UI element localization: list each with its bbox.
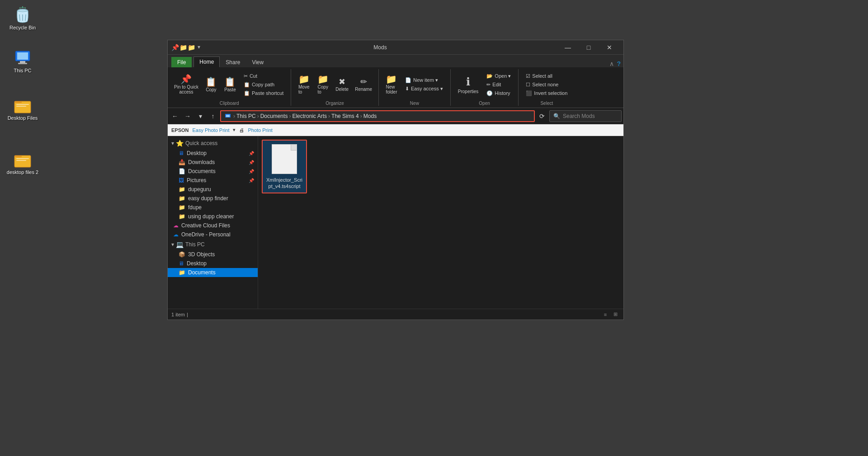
sidebar-easy-dupp-label: easy dupp finder — [188, 195, 228, 202]
sidebar-item-quick-access[interactable]: ▾ ⭐ Quick access — [168, 138, 258, 149]
sidebar-item-fdupe[interactable]: 📁 fdupe — [168, 203, 258, 212]
close-button[interactable]: ✕ — [599, 40, 620, 55]
rename-button[interactable]: ✏ Rename — [352, 76, 375, 93]
new-folder-button[interactable]: 📁 Newfolder — [382, 73, 401, 96]
svg-rect-16 — [16, 160, 26, 161]
sidebar-item-onedrive[interactable]: ☁ OneDrive - Personal — [168, 230, 258, 239]
desktop-icon-desktop-files[interactable]: Desktop Files — [5, 95, 41, 123]
open-button[interactable]: 📂 Open ▾ — [485, 72, 513, 80]
easy-access-label: Easy access ▾ — [411, 86, 443, 92]
pin-to-quick-access-button[interactable]: 📌 Pin to Quickaccess — [171, 73, 201, 96]
organize-group: 📁 Moveto 📁 Copyto ✖ Delete ✏ Rename Orga… — [291, 69, 379, 106]
list-view-button[interactable]: ≡ — [601, 310, 610, 319]
new-label: New — [410, 101, 419, 106]
title-pin3: 📁 — [188, 44, 195, 51]
search-box[interactable]: 🔍 Search Mods — [549, 110, 622, 122]
copy-button[interactable]: 📋 Copy — [202, 76, 220, 94]
sidebar-pictures-label: Pictures — [187, 177, 206, 183]
easy-access-button[interactable]: ⬇ Easy access ▾ — [403, 85, 445, 93]
edit-button[interactable]: ✏ Edit — [485, 81, 513, 89]
detail-view-button[interactable]: ⊞ — [611, 310, 620, 319]
maximize-button[interactable]: □ — [578, 40, 599, 55]
sidebar-item-documents[interactable]: 📄 Documents 📌 — [168, 167, 258, 176]
desktop-folder-icon: 🖥 — [179, 150, 184, 156]
sidebar-item-desktop2[interactable]: 🖥 Desktop — [168, 259, 258, 268]
tab-home[interactable]: Home — [193, 56, 220, 67]
sidebar-desktop-label: Desktop — [187, 150, 207, 156]
pictures-icon: 🖼 — [179, 177, 184, 183]
path-mods[interactable]: Mods — [363, 113, 377, 119]
desktop-icon-this-pc[interactable]: This PC — [5, 47, 41, 75]
path-the-sims4[interactable]: The Sims 4 — [331, 113, 359, 119]
cut-button[interactable]: ✂ Cut — [242, 72, 285, 80]
desktop-icon-recycle-bin[interactable]: Recycle Bin — [5, 5, 41, 33]
rename-icon: ✏ — [360, 78, 367, 86]
properties-button[interactable]: ℹ Properties — [454, 74, 482, 96]
sidebar-item-using-dupp[interactable]: 📁 using dupp cleaner — [168, 212, 258, 221]
sidebar-item-easy-dupp[interactable]: 📁 easy dupp finder — [168, 194, 258, 203]
status-separator: | — [187, 312, 188, 317]
dupeguru-icon: 📁 — [179, 186, 185, 193]
file-xmlinjector[interactable]: XmlInjector_Script_v4.ts4script — [262, 140, 307, 193]
new-item-icon: 📄 — [405, 77, 411, 83]
main-area: ▾ ⭐ Quick access 🖥 Desktop 📌 📥 Downloads… — [168, 136, 623, 309]
forward-button[interactable]: → — [182, 111, 193, 122]
help-icon[interactable]: ? — [617, 60, 621, 67]
copy-path-button[interactable]: 📋 Copy path — [242, 81, 285, 89]
sidebar-3d-objects-label: 3D Objects — [188, 251, 215, 258]
copy-path-label: Copy path — [252, 82, 274, 87]
organize-buttons: 📁 Moveto 📁 Copyto ✖ Delete ✏ Rename — [295, 69, 375, 100]
invert-selection-button[interactable]: ⬛ Invert selection — [524, 89, 569, 97]
epson-dropdown-arrow[interactable]: ▾ — [233, 127, 236, 133]
sidebar-item-pictures[interactable]: 🖼 Pictures 📌 — [168, 176, 258, 185]
paste-button[interactable]: 📋 Paste — [221, 76, 239, 94]
ribbon-collapse-icon[interactable]: ∧ — [609, 60, 614, 67]
copy-to-button[interactable]: 📁 Copyto — [314, 73, 332, 96]
minimize-button[interactable]: — — [557, 40, 578, 55]
move-to-button[interactable]: 📁 Moveto — [295, 73, 313, 96]
sidebar-item-3d-objects[interactable]: 📦 3D Objects — [168, 250, 258, 259]
sidebar-item-desktop[interactable]: 🖥 Desktop 📌 — [168, 149, 258, 158]
sidebar-item-documents2[interactable]: 📁 Documents — [168, 268, 258, 277]
epson-photo-print[interactable]: Photo Print — [248, 127, 272, 133]
epson-easy-photo-print[interactable]: Easy Photo Print — [193, 127, 230, 133]
up-button[interactable]: ↑ — [208, 111, 218, 122]
quick-access-icon: ⭐ — [176, 140, 184, 147]
paste-shortcut-button[interactable]: 📋 Paste shortcut — [242, 89, 285, 97]
sidebar-item-dupeguru[interactable]: 📁 dupeguru — [168, 185, 258, 194]
desktop-icon-desktop-files2[interactable]: desktop files 2 — [5, 149, 41, 177]
explorer-window: 📌 📁 📁 ▾ Mods — □ ✕ File Home Share View … — [167, 40, 624, 320]
delete-button[interactable]: ✖ Delete — [333, 76, 351, 93]
new-folder-icon: 📁 — [386, 75, 397, 84]
new-item-button[interactable]: 📄 New item ▾ — [403, 76, 445, 84]
copy-to-icon: 📁 — [317, 75, 329, 84]
address-path[interactable]: › This PC › Documents › Electronic Arts … — [220, 110, 535, 122]
select-none-label: Select none — [532, 82, 558, 87]
recent-locations-button[interactable]: ▾ — [195, 111, 206, 122]
history-button[interactable]: 🕐 History — [485, 89, 513, 97]
select-all-button[interactable]: ☑ Select all — [524, 72, 569, 80]
open-buttons: ℹ Properties 📂 Open ▾ ✏ Edit 🕐 History — [454, 69, 515, 100]
copy-icon: 📋 — [205, 77, 217, 86]
edit-icon: ✏ — [486, 82, 491, 88]
select-column: ☑ Select all ☐ Select none ⬛ Invert sele… — [522, 71, 571, 98]
sidebar-item-this-pc[interactable]: ▾ 💻 This PC — [168, 239, 258, 250]
copy-path-icon: 📋 — [244, 82, 250, 88]
select-none-button[interactable]: ☐ Select none — [524, 81, 569, 89]
sidebar-documents-label: Documents — [188, 168, 216, 174]
path-electronic-arts[interactable]: Electronic Arts — [292, 113, 327, 119]
path-this-pc-label[interactable]: This PC — [236, 113, 256, 119]
tab-share[interactable]: Share — [220, 57, 246, 67]
sidebar: ▾ ⭐ Quick access 🖥 Desktop 📌 📥 Downloads… — [168, 136, 258, 309]
tab-file[interactable]: File — [171, 57, 192, 67]
sidebar-item-creative-cloud[interactable]: ☁ Creative Cloud Files — [168, 221, 258, 230]
properties-icon: ℹ — [466, 75, 470, 88]
sidebar-item-downloads[interactable]: 📥 Downloads 📌 — [168, 158, 258, 167]
copy-label: Copy — [206, 87, 216, 92]
tab-view[interactable]: View — [246, 57, 269, 67]
pin-label: Pin to Quickaccess — [174, 85, 198, 94]
path-documents[interactable]: Documents — [260, 113, 288, 119]
back-button[interactable]: ← — [170, 111, 180, 122]
refresh-button[interactable]: ⟳ — [537, 111, 547, 122]
path-this-pc[interactable] — [225, 113, 232, 119]
